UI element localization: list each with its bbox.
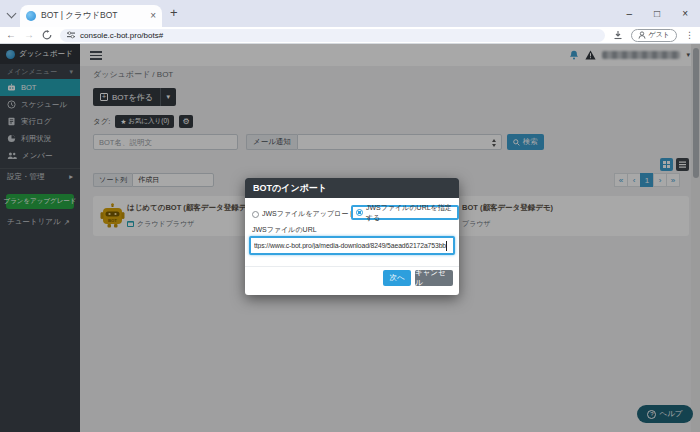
back-button[interactable]: ← xyxy=(6,30,16,40)
radio-specify-url[interactable]: JWSファイルのURLを指定する xyxy=(351,205,459,220)
site-favicon-icon xyxy=(26,11,36,21)
jws-url-input[interactable]: ttps://www.c-bot.pro/ja/media-download/8… xyxy=(249,236,455,255)
text-cursor xyxy=(446,241,447,251)
browser-tabstrip: BOT | クラウドBOT × + – □ × xyxy=(0,0,700,27)
tab-search-chevron-icon[interactable] xyxy=(7,9,17,19)
tab-close-icon[interactable]: × xyxy=(150,11,156,21)
browser-menu-icon[interactable]: ⋮ xyxy=(685,30,694,40)
window-minimize-button[interactable]: – xyxy=(627,9,633,19)
radio-url-label: JWSファイルのURLを指定する xyxy=(366,203,454,223)
radio-unselected-icon[interactable] xyxy=(252,211,259,218)
cancel-button[interactable]: キャンセル xyxy=(415,270,453,286)
modal-footer-divider xyxy=(245,266,459,267)
tab-title: BOT | クラウドBOT xyxy=(41,10,145,22)
browser-window: BOT | クラウドBOT × + – □ × ← → console.c-bo… xyxy=(0,0,700,432)
download-icon[interactable] xyxy=(613,30,623,40)
address-bar[interactable]: console.c-bot.pro/bots# xyxy=(60,29,605,42)
url-text: console.c-bot.pro/bots# xyxy=(80,31,163,40)
guest-profile-button[interactable]: ゲスト xyxy=(631,29,678,42)
forward-button[interactable]: → xyxy=(24,30,34,40)
jws-url-value: ttps://www.c-bot.pro/ja/media-download/8… xyxy=(254,242,446,249)
window-close-button[interactable]: × xyxy=(682,9,688,19)
app-viewport: ダッシュボード メインメニュー ▾ BOT スケジュール 実行ログ 利用状況 xyxy=(0,44,700,432)
modal-title: BOTのインポート xyxy=(245,178,459,198)
person-icon xyxy=(638,31,646,39)
window-controls: – □ × xyxy=(627,0,688,27)
site-info-icon[interactable] xyxy=(67,31,75,39)
radio-selected-icon[interactable] xyxy=(356,209,363,216)
next-button[interactable]: 次へ xyxy=(383,270,411,286)
reload-icon[interactable] xyxy=(42,30,52,40)
bot-import-modal: BOTのインポート JWSファイルをアップロードする JWSファイルのURLを指… xyxy=(245,178,459,295)
browser-tab[interactable]: BOT | クラウドBOT × xyxy=(20,5,162,27)
new-tab-button[interactable]: + xyxy=(170,6,178,19)
browser-toolbar: ← → console.c-bot.pro/bots# ゲスト ⋮ xyxy=(0,27,700,44)
guest-label: ゲスト xyxy=(649,30,671,40)
window-maximize-button[interactable]: □ xyxy=(654,9,660,19)
jws-url-label: JWSファイルのURL xyxy=(252,225,317,235)
